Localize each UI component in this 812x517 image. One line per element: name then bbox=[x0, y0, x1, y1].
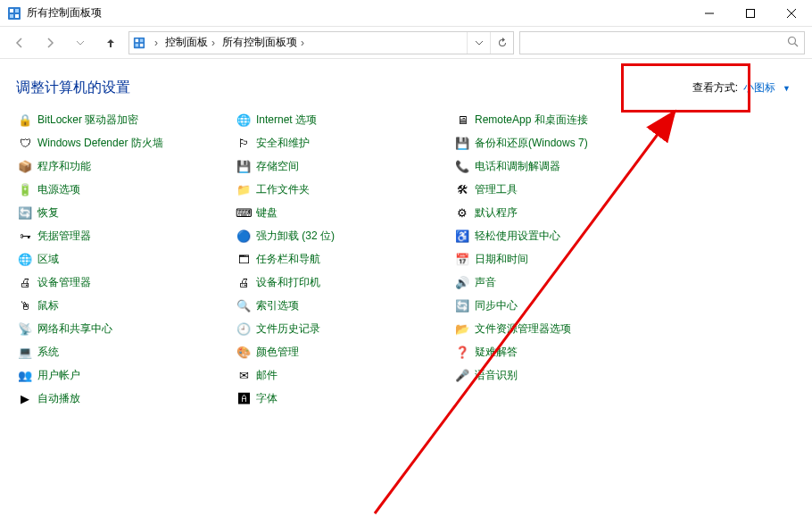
cp-item[interactable]: 📡网络和共享中心 bbox=[16, 317, 235, 340]
cp-item-icon: 🖨 bbox=[236, 275, 251, 289]
cp-item-icon: 🔄 bbox=[455, 298, 469, 313]
forward-button[interactable] bbox=[37, 30, 62, 55]
cp-item[interactable]: 🛠管理工具 bbox=[453, 178, 672, 201]
svg-rect-4 bbox=[15, 14, 19, 18]
cp-item-label: 网络和共享中心 bbox=[37, 321, 112, 337]
cp-item[interactable]: 🖨设备管理器 bbox=[16, 271, 235, 294]
up-button[interactable] bbox=[98, 30, 123, 55]
svg-rect-6 bbox=[747, 9, 755, 17]
cp-item[interactable]: 🛡Windows Defender 防火墙 bbox=[16, 131, 235, 154]
cp-item[interactable]: 📁工作文件夹 bbox=[235, 178, 453, 201]
cp-item[interactable]: 🖱鼠标 bbox=[16, 294, 235, 317]
cp-item-label: 管理工具 bbox=[475, 182, 518, 197]
view-mode-value: 小图标 bbox=[743, 80, 775, 96]
control-panel-items: 🔒BitLocker 驱动器加密🛡Windows Defender 防火墙📦程序… bbox=[0, 108, 812, 410]
cp-item-label: 程序和功能 bbox=[37, 159, 91, 174]
cp-item-icon: ✉ bbox=[236, 368, 251, 382]
cp-item[interactable]: 🗔任务栏和导航 bbox=[235, 247, 453, 271]
minimize-button[interactable] bbox=[689, 0, 730, 27]
cp-item[interactable]: 🎨颜色管理 bbox=[235, 340, 453, 363]
cp-item-icon: ❓ bbox=[455, 345, 469, 359]
cp-item-icon: 🔒 bbox=[18, 113, 32, 127]
cp-item[interactable]: 💾存储空间 bbox=[235, 154, 453, 178]
cp-item-icon: 💾 bbox=[455, 136, 469, 150]
cp-item[interactable]: 🔄恢复 bbox=[16, 201, 235, 224]
cp-item[interactable]: 🖥RemoteApp 和桌面连接 bbox=[453, 108, 672, 131]
address-bar-row: › 控制面板 › 所有控制面板项 › bbox=[0, 27, 812, 59]
cp-item-label: 强力卸载 (32 位) bbox=[256, 229, 335, 244]
cp-item-icon: 🌐 bbox=[236, 113, 251, 127]
cp-item-label: 凭据管理器 bbox=[37, 229, 91, 244]
svg-rect-13 bbox=[140, 43, 144, 46]
cp-item-icon: 📅 bbox=[455, 252, 469, 266]
cp-item-label: 键盘 bbox=[256, 205, 278, 221]
cp-item-icon: 🎤 bbox=[455, 368, 469, 382]
close-button[interactable] bbox=[771, 0, 812, 27]
crumb-root[interactable]: › bbox=[149, 32, 163, 54]
address-bar[interactable]: › 控制面板 › 所有控制面板项 › bbox=[128, 31, 514, 54]
cp-item-icon: 🔄 bbox=[18, 205, 32, 220]
cp-item-icon: 👥 bbox=[18, 368, 32, 382]
cp-item[interactable]: 🏳安全和维护 bbox=[235, 131, 453, 154]
cp-item[interactable]: 🌐Internet 选项 bbox=[235, 108, 453, 131]
cp-item-icon: 🔋 bbox=[18, 182, 32, 196]
cp-item[interactable]: 📅日期和时间 bbox=[453, 247, 672, 271]
cp-item-label: 设备和打印机 bbox=[256, 275, 320, 290]
crumb-control-panel[interactable]: 控制面板 › bbox=[163, 32, 220, 54]
refresh-button[interactable] bbox=[490, 32, 513, 54]
cp-item-icon: 💻 bbox=[18, 345, 32, 359]
cp-item[interactable]: 💻系统 bbox=[16, 340, 235, 363]
cp-item[interactable]: 🗝凭据管理器 bbox=[16, 224, 235, 247]
view-mode-selector[interactable]: 查看方式: 小图标 ▼ bbox=[687, 77, 796, 99]
cp-item[interactable]: 🔍索引选项 bbox=[235, 294, 453, 317]
recent-locations-button[interactable] bbox=[68, 30, 93, 55]
cp-item[interactable]: ⌨键盘 bbox=[235, 201, 453, 224]
cp-item[interactable]: 🎤语音识别 bbox=[453, 363, 672, 387]
cp-item[interactable]: 📂文件资源管理器选项 bbox=[453, 317, 672, 340]
cp-item[interactable]: 🔒BitLocker 驱动器加密 bbox=[16, 108, 235, 131]
cp-item-label: 疑难解答 bbox=[475, 345, 518, 360]
back-button[interactable] bbox=[7, 30, 32, 55]
control-panel-crumb-icon bbox=[129, 37, 149, 49]
cp-item-label: 鼠标 bbox=[37, 298, 59, 313]
cp-item[interactable]: 📦程序和功能 bbox=[16, 154, 235, 178]
page-title: 调整计算机的设置 bbox=[16, 79, 130, 97]
cp-item-label: BitLocker 驱动器加密 bbox=[37, 113, 138, 128]
search-box[interactable] bbox=[519, 31, 805, 54]
chevron-down-icon: ▼ bbox=[783, 84, 791, 93]
cp-item-label: 默认程序 bbox=[475, 205, 518, 221]
crumb-label: 所有控制面板项 bbox=[222, 35, 297, 50]
cp-item-icon: 🖨 bbox=[18, 275, 32, 289]
cp-item-icon: 🖱 bbox=[18, 298, 32, 313]
cp-item[interactable]: 👥用户帐户 bbox=[16, 363, 235, 387]
cp-item[interactable]: 🔄同步中心 bbox=[453, 294, 672, 317]
cp-item[interactable]: 🌐区域 bbox=[16, 247, 235, 271]
cp-item-icon: 🕘 bbox=[236, 321, 251, 336]
cp-item-icon: 💾 bbox=[236, 159, 251, 173]
cp-item[interactable]: ♿轻松使用设置中心 bbox=[453, 224, 672, 247]
cp-item[interactable]: 🔋电源选项 bbox=[16, 178, 235, 201]
cp-item-label: 任务栏和导航 bbox=[256, 252, 320, 267]
cp-item[interactable]: 🔊声音 bbox=[453, 271, 672, 294]
cp-item[interactable]: 🕘文件历史记录 bbox=[235, 317, 453, 340]
cp-item-icon: 🔵 bbox=[236, 229, 251, 243]
cp-item[interactable]: 🔵强力卸载 (32 位) bbox=[235, 224, 453, 247]
cp-item[interactable]: ⚙默认程序 bbox=[453, 201, 672, 224]
cp-item[interactable]: 📞电话和调制解调器 bbox=[453, 154, 672, 178]
cp-item[interactable]: ❓疑难解答 bbox=[453, 340, 672, 363]
cp-item-label: 电话和调制解调器 bbox=[475, 159, 560, 174]
cp-item[interactable]: ▶自动播放 bbox=[16, 387, 235, 410]
crumb-all-items[interactable]: 所有控制面板项 › bbox=[220, 32, 310, 54]
cp-item[interactable]: 💾备份和还原(Windows 7) bbox=[453, 131, 672, 154]
cp-item[interactable]: 🅰字体 bbox=[235, 387, 453, 410]
address-history-dropdown[interactable] bbox=[467, 32, 490, 54]
cp-item-icon: 🖥 bbox=[455, 113, 469, 127]
maximize-button[interactable] bbox=[730, 0, 771, 27]
chevron-right-icon: › bbox=[301, 37, 304, 49]
cp-item-label: 同步中心 bbox=[475, 298, 518, 313]
cp-item-label: 声音 bbox=[475, 275, 496, 290]
cp-item[interactable]: 🖨设备和打印机 bbox=[235, 271, 453, 294]
svg-rect-3 bbox=[10, 14, 13, 18]
cp-item-icon: ⚙ bbox=[455, 205, 469, 220]
cp-item[interactable]: ✉邮件 bbox=[235, 363, 453, 387]
